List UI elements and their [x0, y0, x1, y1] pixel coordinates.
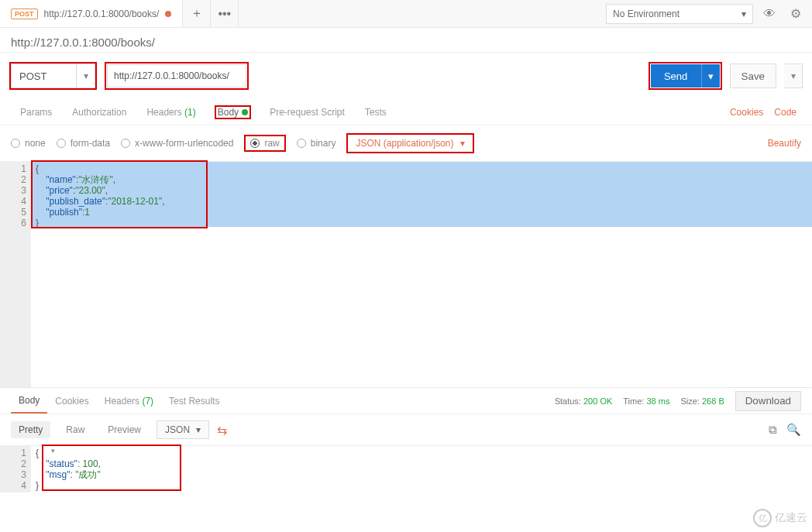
- chevron-down-icon: ▾: [741, 9, 746, 19]
- tab-headers[interactable]: Headers (1): [137, 101, 205, 124]
- body-type-xwww[interactable]: x-www-form-urlencoded: [121, 138, 233, 149]
- chevron-down-icon: ▾: [196, 424, 201, 435]
- unsaved-dot-icon: [165, 11, 171, 17]
- view-raw[interactable]: Raw: [58, 421, 92, 438]
- url-input[interactable]: [107, 64, 246, 88]
- body-type-form-data[interactable]: form-data: [57, 138, 110, 149]
- response-tabs: Body Cookies Headers (7) Test Results St…: [0, 388, 812, 414]
- body-type-row: none form-data x-www-form-urlencoded raw…: [0, 125, 812, 162]
- tab-method-badge: POST: [11, 9, 38, 19]
- copy-icon[interactable]: ⧉: [769, 423, 777, 437]
- new-tab-button[interactable]: ＋: [183, 0, 211, 27]
- beautify-link[interactable]: Beautify: [768, 138, 801, 149]
- cookies-link[interactable]: Cookies: [725, 107, 768, 118]
- tab-body[interactable]: Body: [207, 101, 259, 124]
- request-tab[interactable]: POST http://127.0.0.1:8000/books/: [0, 0, 183, 27]
- tab-prerequest[interactable]: Pre-request Script: [260, 101, 354, 124]
- method-dropdown-arrow[interactable]: ▾: [77, 63, 95, 88]
- tab-params[interactable]: Params: [11, 101, 61, 124]
- resp-tab-cookies[interactable]: Cookies: [47, 390, 96, 413]
- environment-label: No Environment: [613, 9, 680, 19]
- resp-tab-test-results[interactable]: Test Results: [161, 390, 227, 413]
- search-icon[interactable]: 🔍: [786, 423, 801, 437]
- send-button[interactable]: Send: [651, 64, 701, 88]
- page-title: http://127.0.0.1:8000/books/: [11, 36, 803, 49]
- body-type-none[interactable]: none: [11, 138, 46, 149]
- request-tabs: Params Authorization Headers (1) Body Pr…: [0, 99, 812, 125]
- method-select[interactable]: POST: [11, 63, 77, 88]
- tab-overflow-button[interactable]: •••: [211, 0, 239, 27]
- response-view-bar: Pretty Raw Preview JSON ▾ ⇆ ⧉ 🔍: [0, 414, 812, 446]
- resp-tab-headers[interactable]: Headers (7): [97, 390, 161, 413]
- body-active-dot-icon: [242, 109, 248, 115]
- response-format-select[interactable]: JSON ▾: [157, 420, 209, 439]
- tab-tests[interactable]: Tests: [356, 101, 396, 124]
- editor-gutter: 123456: [0, 162, 31, 387]
- code-link[interactable]: Code: [769, 107, 801, 118]
- watermark: 亿亿速云: [753, 509, 807, 527]
- body-type-raw[interactable]: raw: [250, 138, 279, 149]
- top-bar: POST http://127.0.0.1:8000/books/ ＋ ••• …: [0, 0, 812, 28]
- environment-select[interactable]: No Environment ▾: [606, 4, 753, 24]
- send-dropdown[interactable]: ▾: [701, 64, 720, 88]
- save-button[interactable]: Save: [730, 63, 776, 88]
- tab-authorization[interactable]: Authorization: [63, 101, 136, 124]
- editor-gutter: 1234: [0, 446, 31, 493]
- wrap-lines-icon[interactable]: ⇆: [217, 423, 227, 438]
- download-button[interactable]: Download: [735, 391, 801, 411]
- save-dropdown[interactable]: ▾: [784, 63, 803, 88]
- request-line: POST ▾ Send ▾ Save ▾: [0, 53, 812, 99]
- resp-tab-body[interactable]: Body: [11, 389, 47, 414]
- chevron-down-icon: ▾: [460, 138, 465, 149]
- body-type-binary[interactable]: binary: [297, 138, 336, 149]
- view-preview[interactable]: Preview: [100, 421, 149, 438]
- view-pretty[interactable]: Pretty: [11, 421, 50, 438]
- content-type-select[interactable]: JSON (application/json) ▾: [346, 133, 473, 153]
- tab-title: http://127.0.0.1:8000/books/: [44, 9, 160, 19]
- request-body-editor[interactable]: 123456 { "name":"水浒传", "price":"23.00", …: [0, 162, 812, 388]
- environment-quicklook-icon[interactable]: 👁: [759, 4, 779, 24]
- request-header: http://127.0.0.1:8000/books/: [0, 28, 812, 53]
- response-body-editor[interactable]: 1234 ▾ { "status": 100, "msg": "成功"}: [0, 446, 812, 493]
- settings-icon[interactable]: ⚙: [786, 4, 806, 24]
